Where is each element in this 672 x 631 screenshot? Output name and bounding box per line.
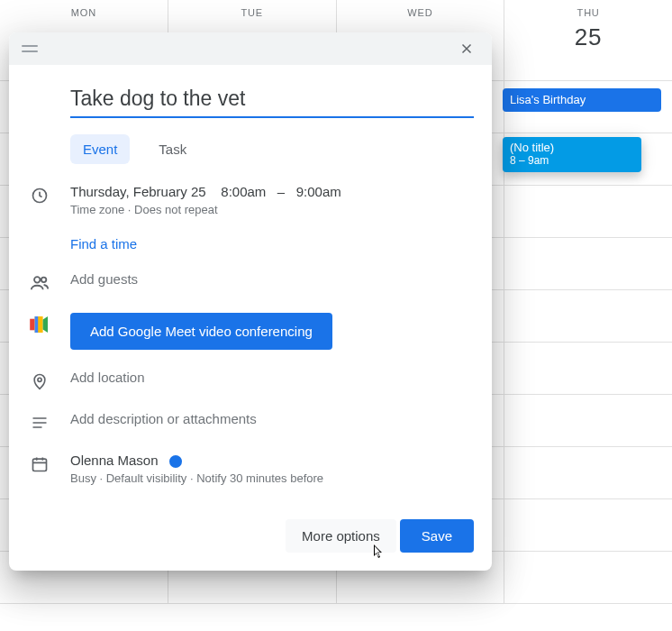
svg-point-1 (34, 277, 40, 282)
visibility-notification-text: Busy · Default visibility · Notify 30 mi… (70, 471, 474, 485)
add-description-button[interactable]: Add description or attachments (70, 411, 474, 426)
event-title-input[interactable] (70, 81, 474, 118)
svg-rect-7 (33, 459, 47, 471)
close-icon (459, 41, 475, 57)
location-pin-icon (27, 370, 52, 391)
start-time[interactable]: 8:00am (221, 184, 266, 199)
calendar-icon (27, 453, 52, 474)
event-date[interactable]: Thursday, February 25 (70, 184, 206, 199)
svg-point-6 (38, 378, 41, 381)
all-day-event-chip[interactable]: Lisa's Birthday (503, 88, 661, 112)
people-icon (27, 271, 52, 293)
description-icon (27, 411, 52, 433)
timed-event-chip[interactable]: (No title) 8 – 9am (503, 137, 641, 172)
more-options-button[interactable]: More options (286, 519, 396, 553)
end-time[interactable]: 9:00am (296, 184, 341, 199)
dialog-header (9, 32, 492, 65)
datetime-section[interactable]: Thursday, February 25 8:00am – 9:00am Ti… (70, 184, 474, 216)
event-time: 8 – 9am (510, 154, 634, 167)
svg-point-2 (41, 278, 47, 283)
add-location-button[interactable]: Add location (70, 370, 474, 385)
tab-event[interactable]: Event (70, 134, 130, 164)
calendar-owner-section[interactable]: Olenna Mason Busy · Default visibility ·… (70, 453, 474, 485)
clock-icon (27, 184, 52, 206)
save-button[interactable]: Save (400, 519, 474, 553)
google-meet-icon (27, 313, 52, 334)
day-number: 25 (504, 23, 672, 51)
tab-task[interactable]: Task (146, 134, 199, 164)
svg-rect-5 (35, 316, 39, 333)
drag-handle-icon[interactable] (22, 45, 38, 52)
event-title: Lisa's Birthday (510, 93, 586, 106)
add-guests-button[interactable]: Add guests (70, 271, 474, 287)
day-header-thu[interactable]: THU 25 (504, 0, 672, 80)
dialog-footer: More options Save (9, 503, 492, 571)
event-editor-dialog: Event Task Thursday, February 25 8:00am … (9, 32, 492, 571)
event-title: (No title) (510, 141, 634, 154)
add-google-meet-button[interactable]: Add Google Meet video conferencing (70, 313, 332, 350)
calendar-color-dot[interactable] (169, 455, 182, 468)
close-button[interactable] (454, 36, 479, 61)
find-a-time-link[interactable]: Find a time (70, 236, 474, 251)
timezone-repeat-text[interactable]: Time zone · Does not repeat (70, 203, 474, 216)
svg-rect-3 (30, 319, 34, 331)
event-type-tabs: Event Task (70, 134, 474, 164)
calendar-owner-name: Olenna Mason (70, 453, 159, 468)
